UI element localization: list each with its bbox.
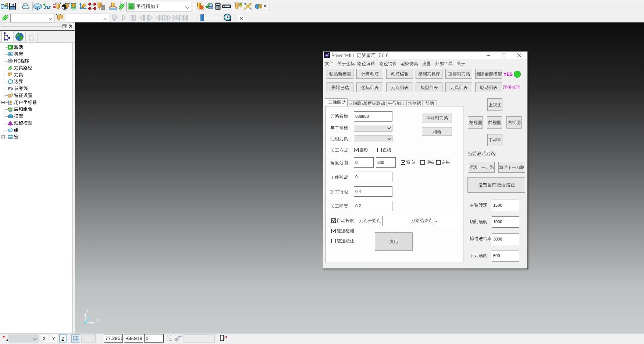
svg-text:z: z (167, 339, 168, 341)
svg-text:X: X (96, 317, 99, 323)
svg-text:Z: Z (86, 317, 90, 322)
svg-text:Y: Y (86, 308, 89, 313)
